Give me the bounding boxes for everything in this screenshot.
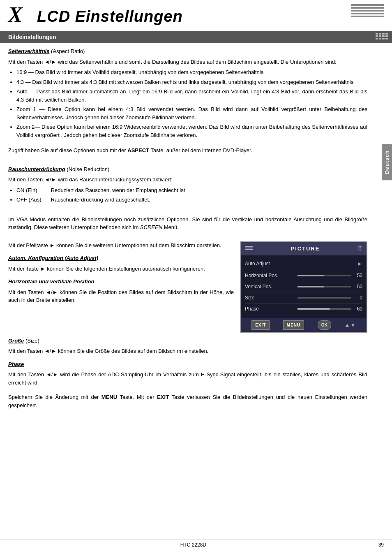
- osd-footer: EXIT MENU OK ▲▼: [241, 318, 367, 332]
- svg-rect-0: [376, 33, 378, 35]
- osd-value-phase: 60: [353, 305, 362, 313]
- osd-title-text: PICTURE: [291, 245, 320, 253]
- aspect-ratio-title-para: Seitenverhältnis (Aspect Ratio): [8, 47, 367, 56]
- svg-rect-8: [376, 38, 378, 39]
- x-logo-icon: X: [8, 3, 23, 26]
- list-item: ON (Ein) Reduziert das Rauschen, wenn de…: [16, 186, 367, 195]
- svg-rect-11: [385, 38, 388, 39]
- osd-title-bar: PICTURE ⠿: [241, 242, 367, 255]
- page-title: LCD Einstellungen: [37, 8, 183, 25]
- phase-title-para: Phase: [8, 360, 367, 368]
- page-header: X LCD Einstellungen: [0, 0, 392, 29]
- osd-slider-size: [297, 297, 351, 299]
- osd-arrow-auto-adjust: ►: [357, 259, 362, 268]
- osd-nav-icon: ▲▼: [344, 321, 356, 329]
- noise-reduction-intro: Mit den Tasten ◄/► wird das Rauschunterd…: [8, 176, 367, 184]
- on-desc: Reduziert das Rauschen, wenn der Empfang…: [51, 187, 185, 193]
- aspect-ratio-title: Seitenverhältnis: [8, 48, 49, 54]
- size-subtitle: (Size): [25, 338, 39, 344]
- arrow-note: Mit der Pfeiltaste ► können Sie die weit…: [8, 241, 234, 250]
- osd-icon-line-1: [245, 246, 253, 247]
- size-text: Mit den Tasten ◄/► können Sie die Größe …: [8, 347, 367, 355]
- osd-slider-phase: [297, 308, 351, 310]
- on-label: ON (Ein): [16, 186, 49, 195]
- auto-adjust-title-para: Autom. Konfiguration (Auto Adjust): [8, 254, 234, 262]
- list-item: 4:3 — Das Bild wird immer als 4:3 Bild m…: [16, 78, 367, 86]
- osd-label-horizontal: Horizontal Pos.: [245, 272, 282, 279]
- list-item: Zoom 1 — Diese Option kann bei einem 4:3…: [16, 105, 367, 121]
- osd-row-phase: Phase 60: [245, 303, 362, 314]
- osd-menu-icon: [245, 246, 253, 252]
- horiz-vert-title: Horizontale und vertikale Position: [8, 278, 94, 285]
- section-title: Bildeinstellungen: [8, 34, 56, 40]
- page-wrapper: X LCD Einstellungen Bildeinstellungen: [0, 0, 392, 556]
- osd-value-vertical: 50: [353, 283, 362, 290]
- footer-model: HTC 2228D: [180, 542, 206, 548]
- noise-reduction-title-para: Rauschunterdrückung (Noise Reduction): [8, 165, 367, 174]
- off-label: OFF (Aus): [16, 196, 49, 204]
- auto-adjust-text: Mit der Taste ► können Sie die folgenden…: [8, 265, 234, 273]
- section-header: Bildeinstellungen: [0, 31, 392, 43]
- osd-menu-container: PICTURE ⠿ Auto Adjust ► Horizontal Pos.: [240, 241, 367, 333]
- svg-rect-9: [379, 38, 381, 39]
- deutsch-side-tab: Deutsch: [382, 144, 392, 180]
- svg-rect-7: [385, 35, 388, 37]
- list-item: Auto — Passt das Bild immer automatisch …: [16, 88, 367, 104]
- osd-dots: ⠿: [357, 244, 362, 254]
- auto-adjust-title: Autom. Konfiguration (Auto Adjust): [8, 255, 98, 261]
- osd-slider-area-vertical: 50: [282, 283, 362, 290]
- size-title: Größe: [8, 338, 24, 344]
- off-desc: Rauschunterdrückung wird ausgeschaltet.: [51, 197, 150, 203]
- osd-label-auto-adjust: Auto Adjust: [245, 260, 282, 267]
- svg-rect-1: [379, 33, 381, 35]
- svg-rect-10: [382, 38, 385, 39]
- deco-line-3: [351, 10, 384, 12]
- horiz-vert-title-para: Horizontale und vertikale Position: [8, 278, 234, 286]
- noise-reduction-subtitle: (Noise Reduction): [67, 166, 109, 172]
- osd-row-auto-adjust: Auto Adjust ►: [245, 258, 362, 270]
- osd-slider-area-size: 0: [282, 294, 362, 301]
- osd-slider-area-horizontal: 50: [282, 272, 362, 279]
- list-item: OFF (Aus) Rauschunterdrückung wird ausge…: [16, 196, 367, 204]
- noise-reduction-list: ON (Ein) Reduziert das Rauschen, wenn de…: [16, 186, 367, 204]
- osd-exit-button[interactable]: EXIT: [251, 320, 270, 330]
- osd-menu-button[interactable]: MENU: [283, 320, 304, 330]
- page-footer: HTC 2228D 39: [0, 540, 392, 548]
- deco-line-1: [351, 4, 384, 6]
- osd-ok-button[interactable]: OK: [318, 320, 331, 330]
- aspect-ratio-subtitle: (Aspect Ratio): [51, 48, 85, 54]
- osd-slider-fill-horizontal: [297, 275, 324, 276]
- osd-slider-horizontal: [297, 275, 351, 276]
- aspect-ratio-note: Zugriff haben Sie auf diese Optionen auc…: [8, 146, 367, 155]
- noise-reduction-title: Rauschunterdrückung: [8, 166, 65, 172]
- svg-rect-5: [379, 35, 381, 37]
- main-content: Seitenverhältnis (Aspect Ratio) Mit den …: [0, 43, 392, 416]
- logo-area: X: [8, 4, 33, 29]
- osd-menu: PICTURE ⠿ Auto Adjust ► Horizontal Pos.: [240, 241, 367, 333]
- osd-icon-line-2: [245, 248, 253, 248]
- svg-rect-6: [382, 35, 385, 37]
- aspect-ratio-intro: Mit den Tasten ◄/► wird das Seitenverhäl…: [8, 58, 367, 66]
- footer-page: 39: [378, 542, 384, 548]
- svg-rect-3: [385, 33, 388, 35]
- osd-row-size: Size 0: [245, 292, 362, 303]
- list-item: Zoom 2— Diese Option kann bei einem 16:9…: [16, 123, 367, 139]
- phase-text: Mit den Tasten ◄/► wird die Phase der AD…: [8, 371, 367, 387]
- osd-row-vertical: Vertical Pos. 50: [245, 281, 362, 292]
- horiz-vert-text: Mit den Tasten ◄/► können Sie die Positi…: [8, 288, 234, 304]
- osd-slider-area-phase: 60: [282, 305, 362, 313]
- osd-slider-fill-phase: [297, 308, 330, 310]
- osd-label-size: Size: [245, 294, 282, 301]
- deco-line-4: [351, 13, 384, 14]
- phase-title: Phase: [8, 361, 24, 367]
- header-decoration: [351, 4, 384, 17]
- osd-slider-fill-vertical: [297, 286, 324, 287]
- deco-line-2: [351, 7, 384, 9]
- list-item: 16:9 — Das Bild wird immer als Vollbild …: [16, 68, 367, 76]
- size-title-para: Größe (Size): [8, 337, 367, 345]
- osd-label-vertical: Vertical Pos.: [245, 283, 282, 290]
- osd-body: Auto Adjust ► Horizontal Pos. 50: [241, 255, 367, 317]
- svg-rect-2: [382, 33, 385, 35]
- osd-value-size: 0: [353, 294, 362, 301]
- save-note: Speichern Sie die Änderung mit der MENU …: [8, 393, 367, 409]
